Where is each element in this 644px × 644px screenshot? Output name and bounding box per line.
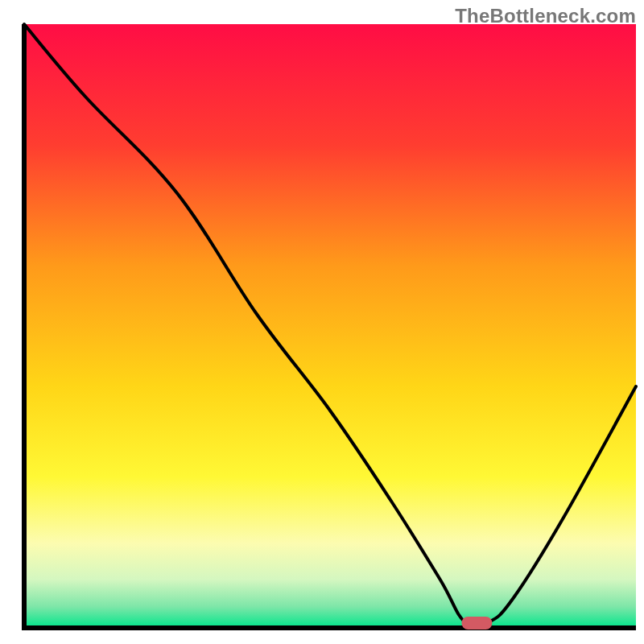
watermark-text: TheBottleneck.com bbox=[455, 5, 636, 27]
optimal-point-marker bbox=[461, 617, 492, 630]
bottleneck-curve-chart bbox=[0, 0, 644, 644]
chart-container: TheBottleneck.com bbox=[0, 0, 644, 644]
chart-background bbox=[24, 24, 636, 628]
